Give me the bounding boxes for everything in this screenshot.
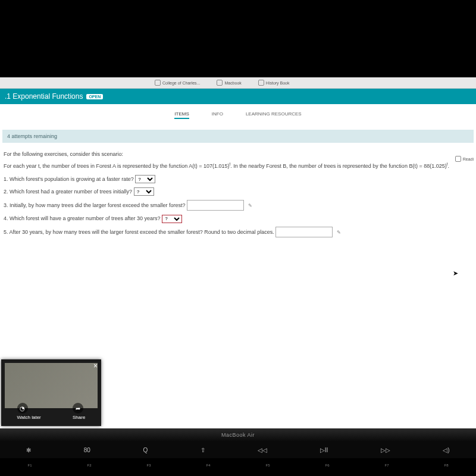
status-badge: OPEN (86, 94, 103, 99)
scenario-functions: For each year t, the number of trees in … (4, 161, 472, 171)
keyboard-fn-row: F1 F2 F3 F4 F5 F6 F7 F8 (0, 459, 476, 471)
browser-tabbar: College of Charles... Macbook History Bo… (0, 77, 476, 89)
question-text: 2. Which forest had a greater number of … (4, 189, 132, 195)
tab-icon (258, 80, 264, 86)
key: F3 (146, 464, 151, 467)
tab-label: History Book (266, 81, 290, 85)
key: ✻ (26, 447, 31, 453)
key: F5 (265, 464, 270, 467)
key: Q (143, 447, 148, 453)
key: F1 (27, 464, 32, 467)
pencil-icon[interactable]: ✎ (337, 230, 341, 235)
key: ▷▷ (381, 447, 390, 453)
key: ⇧ (201, 447, 205, 453)
tab-icon (217, 80, 223, 86)
key: F4 (206, 464, 210, 467)
key: ◁) (443, 447, 449, 453)
question-5: 5. After 30 years, by how many trees wil… (4, 227, 472, 237)
browser-tab[interactable]: College of Charles... (155, 80, 200, 86)
key: F2 (87, 464, 91, 467)
mouse-cursor-icon: ➤ (453, 270, 458, 277)
tab-resources[interactable]: LEARNING RESOURCES (246, 111, 302, 119)
turned-in-label: Turned (459, 170, 474, 176)
watch-later-button[interactable]: ◔ Watch later (17, 403, 41, 420)
answer-select-q1[interactable]: ? (135, 175, 155, 183)
share-icon: ➦ (73, 403, 83, 414)
question-text: 1. Which forest's population is growing … (4, 176, 134, 182)
share-button[interactable]: ➦ Share (73, 403, 85, 420)
assignment-title: .1 Exponential Functions (5, 92, 83, 101)
key: ◁◁ (258, 447, 267, 453)
answer-select-q4[interactable]: ? (162, 215, 182, 223)
pencil-icon[interactable]: ✎ (248, 203, 252, 208)
tab-label: Macbook (224, 81, 241, 85)
question-4: 4. Which forest will have a greater numb… (4, 214, 472, 223)
question-text: 3. Initially, by how many trees did the … (4, 202, 185, 208)
question-text: 5. After 30 years, by how many trees wil… (4, 229, 274, 235)
keyboard-media-row: ✻ 80 Q ⇧ ◁◁ ▷II ▷▷ ◁) (0, 441, 476, 458)
browser-tab[interactable]: Macbook (217, 80, 241, 86)
answer-input-q5[interactable] (275, 227, 333, 237)
reading-list-button[interactable]: Readi (455, 156, 474, 162)
answer-input-q3[interactable] (187, 200, 244, 211)
video-overlay: × ◔ Watch later ➦ Share (1, 359, 101, 426)
key: ▷II (320, 447, 328, 453)
assignment-header: .1 Exponential Functions OPEN (0, 89, 476, 104)
question-2: 2. Which forest had a greater number of … (4, 187, 472, 196)
question-1: 1. Which forest's population is growing … (4, 175, 472, 184)
browser-tab[interactable]: History Book (258, 80, 290, 86)
close-icon[interactable]: × (93, 362, 98, 370)
key: 80 (84, 447, 90, 453)
question-content: For the following exercises, consider th… (0, 143, 476, 246)
content-tabs: ITEMS INFO LEARNING RESOURCES (0, 104, 476, 124)
tab-info[interactable]: INFO (212, 111, 223, 119)
key: F6 (325, 464, 329, 467)
tab-items[interactable]: ITEMS (174, 111, 189, 119)
key: F7 (384, 464, 389, 467)
video-thumbnail[interactable] (5, 363, 98, 408)
laptop-bezel-label: MacBook Air (0, 428, 476, 441)
clock-icon: ◔ (17, 403, 28, 414)
attempts-remaining: 4 attempts remaining (2, 130, 474, 143)
key: F8 (444, 464, 448, 467)
tab-icon (155, 80, 161, 86)
list-icon (455, 156, 461, 162)
answer-select-q2[interactable]: ? (134, 187, 154, 196)
tab-label: College of Charles... (162, 81, 200, 85)
scenario-intro: For the following exercises, consider th… (4, 150, 472, 159)
question-text: 4. Which forest will have a greater numb… (4, 215, 161, 221)
question-3: 3. Initially, by how many trees did the … (4, 200, 472, 211)
